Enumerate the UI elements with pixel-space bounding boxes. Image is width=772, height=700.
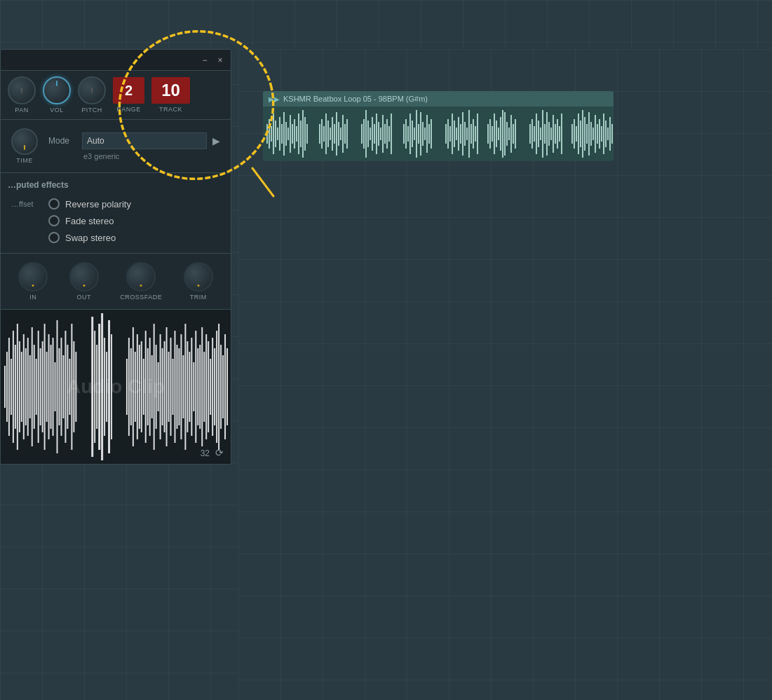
svg-rect-124 [342,115,344,153]
svg-rect-144 [407,126,409,142]
svg-rect-95 [271,126,272,142]
mode-select[interactable]: Auto [82,132,207,149]
svg-rect-146 [412,121,413,147]
svg-rect-179 [502,110,503,158]
minimize-button[interactable]: − [198,54,211,67]
offset-label: …ffset [11,200,43,208]
vol-knob[interactable] [43,76,71,104]
svg-rect-45 [128,338,130,436]
svg-rect-86 [214,348,215,425]
svg-rect-41 [106,352,107,422]
crossfade-dot [140,284,142,287]
out-knob[interactable] [69,262,99,291]
svg-rect-122 [338,122,339,146]
track-value[interactable]: 10 [151,77,190,104]
svg-rect-33 [73,341,74,432]
svg-rect-188 [534,126,535,142]
pan-knob[interactable] [8,76,36,104]
svg-rect-68 [176,345,177,429]
trim-label: TRIM [190,294,207,301]
vol-knob-wrap: VOL [43,76,71,114]
svg-rect-46 [130,348,132,425]
svg-rect-22 [50,345,52,429]
trim-knob[interactable] [184,262,213,291]
in-knob[interactable] [18,262,48,291]
svg-rect-217 [603,114,604,154]
svg-rect-208 [584,117,585,151]
controls-row: PAN VOL PITCH 2 RANGE 10 TRACK [1,71,231,120]
svg-rect-121 [336,112,337,156]
svg-rect-156 [445,124,447,144]
svg-rect-14 [34,345,35,429]
svg-rect-81 [203,352,205,422]
svg-rect-51 [141,341,142,432]
svg-rect-160 [454,121,455,147]
svg-rect-147 [414,128,415,140]
svg-rect-157 [447,119,449,149]
svg-rect-92 [226,348,228,425]
svg-rect-103 [287,128,289,140]
svg-rect-120 [334,124,335,144]
pan-indicator [21,88,22,93]
svg-rect-21 [48,334,50,439]
svg-rect-210 [588,112,590,156]
mode-arrow-icon[interactable]: ▶ [212,135,220,146]
svg-rect-64 [168,352,170,422]
svg-rect-99 [279,117,280,151]
svg-rect-200 [559,126,560,142]
pitch-knob[interactable] [78,76,106,104]
svg-rect-132 [372,117,373,151]
svg-rect-77 [195,331,196,443]
knobs-bottom: IN OUT CROSSFADE TRIM [1,254,231,310]
svg-rect-162 [458,117,459,151]
svg-rect-89 [220,345,222,429]
svg-rect-2 [8,338,10,436]
svg-rect-205 [578,114,579,154]
svg-rect-97 [275,121,276,147]
mode-controls: Mode Auto ▶ e3 generic [48,132,220,160]
svg-rect-85 [212,338,213,436]
svg-rect-35 [91,317,93,457]
svg-rect-193 [544,124,546,144]
svg-rect-101 [283,112,285,156]
svg-rect-174 [492,126,493,142]
svg-rect-75 [191,338,192,436]
clip-header: ▶▶ KSHMR Beatbox Loop 05 - 98BPM (G#m) [263,91,614,107]
effects-title-text: …puted effects [8,180,69,190]
svg-rect-76 [193,362,194,411]
svg-rect-25 [57,320,58,453]
fade-stereo-radio[interactable] [48,215,60,226]
svg-rect-106 [294,119,295,149]
svg-rect-90 [222,355,224,418]
crossfade-knob[interactable] [126,262,156,291]
audio-clip-track[interactable]: ▶▶ KSHMR Beatbox Loop 05 - 98BPM (G#m) [263,91,614,161]
svg-rect-50 [139,345,140,429]
time-knob[interactable] [11,128,38,155]
swap-stereo-radio[interactable] [48,232,60,243]
svg-rect-170 [475,126,476,142]
svg-rect-216 [601,126,602,142]
svg-rect-79 [199,345,201,429]
svg-rect-11 [27,338,29,436]
svg-rect-87 [216,331,217,443]
svg-rect-211 [590,122,592,146]
svg-rect-40 [104,338,105,436]
svg-rect-191 [540,128,541,140]
svg-rect-187 [531,119,533,149]
track-waveform-svg [263,107,614,161]
in-dot [32,284,34,287]
close-button[interactable]: × [214,54,226,67]
svg-rect-136 [380,128,381,140]
svg-rect-214 [597,124,598,144]
svg-rect-24 [55,362,56,411]
reverse-polarity-radio[interactable] [48,198,60,210]
svg-rect-182 [508,128,510,140]
svg-rect-10 [25,348,27,425]
range-value[interactable]: 2 [113,77,144,104]
svg-rect-207 [582,110,583,158]
svg-rect-30 [67,345,68,429]
svg-rect-143 [405,119,407,149]
svg-rect-198 [555,124,556,144]
svg-rect-142 [403,124,405,144]
waveform-section: Audio Clip [1,310,231,464]
